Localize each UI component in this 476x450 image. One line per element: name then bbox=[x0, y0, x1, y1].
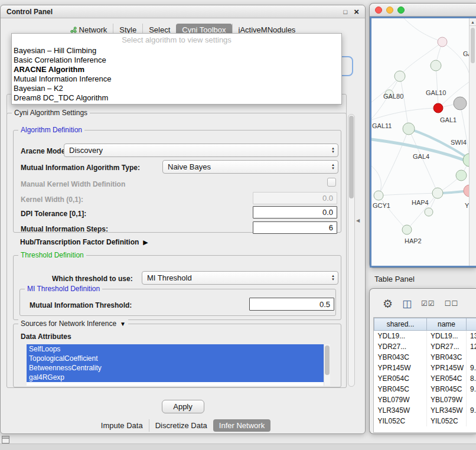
algorithm-option-bayesian-hill-climbing[interactable]: Bayesian – Hill Climbing bbox=[12, 46, 341, 56]
network-scrollbar[interactable]: ▲ bbox=[469, 18, 476, 266]
network-edge[interactable] bbox=[436, 66, 438, 108]
combo-arrow-down-icon: ▼ bbox=[331, 150, 335, 154]
network-edge[interactable] bbox=[460, 103, 470, 160]
attribute-item-selfloops[interactable]: SelfLoops bbox=[27, 344, 330, 354]
algorithm-option-bayesian-k2[interactable]: Bayesian – K2 bbox=[12, 84, 341, 93]
network-node[interactable] bbox=[425, 208, 433, 216]
table-row[interactable]: YDL19...YDL19...13 bbox=[374, 331, 476, 341]
bottom-tab-discretize-data[interactable]: Discretize Data bbox=[149, 419, 213, 432]
table-cell bbox=[467, 394, 476, 405]
network-node[interactable] bbox=[432, 188, 443, 198]
triangle-right-icon: ▶ bbox=[143, 239, 148, 246]
scrollbar-thumb[interactable] bbox=[325, 345, 330, 375]
network-node[interactable] bbox=[456, 170, 467, 181]
aracne-mode-combo[interactable]: Discovery ▲▼ bbox=[64, 144, 338, 157]
table-cell: YDL19... bbox=[427, 331, 467, 341]
table-cell: YDL19... bbox=[374, 331, 427, 341]
network-edge[interactable] bbox=[404, 18, 442, 42]
attribute-item-topologicalcoefficient[interactable]: TopologicalCoefficient bbox=[27, 354, 330, 363]
apply-button[interactable]: Apply bbox=[162, 400, 204, 413]
table-panel-titlebar[interactable]: Table Panel bbox=[369, 271, 476, 286]
mi-steps-input[interactable] bbox=[253, 221, 337, 234]
select-all-icon[interactable]: ☑☑ bbox=[421, 299, 435, 308]
table-row[interactable]: YBR043CYBR043C bbox=[374, 352, 476, 363]
attributes-scrollbar[interactable] bbox=[324, 344, 330, 386]
table-cell: YIL052C bbox=[427, 416, 467, 426]
network-node[interactable] bbox=[403, 123, 415, 135]
table-row[interactable]: YIL052CYIL052C bbox=[374, 416, 476, 426]
network-edge[interactable] bbox=[400, 76, 409, 129]
attribute-item-gal4rgexp[interactable]: gal4RGexp bbox=[27, 373, 330, 382]
hub-section-toggle[interactable]: Hub/Transcription Factor Definition ▶ bbox=[20, 238, 148, 246]
table-cell: YDR27... bbox=[374, 341, 427, 352]
mi-threshold-input[interactable] bbox=[249, 298, 334, 311]
column-header-name[interactable]: name bbox=[427, 318, 467, 331]
table-row[interactable]: YDR27...YDR27...12 bbox=[374, 341, 476, 352]
network-node[interactable] bbox=[454, 97, 467, 110]
kernel-width-input[interactable] bbox=[253, 192, 337, 204]
minimize-traffic-light-icon[interactable] bbox=[386, 6, 393, 14]
network-node[interactable] bbox=[395, 71, 405, 81]
close-traffic-light-icon[interactable] bbox=[375, 6, 382, 14]
table-cell: YIL052C bbox=[374, 416, 427, 426]
attribute-item-betweennesscentrality[interactable]: BetweennessCentrality bbox=[27, 363, 330, 373]
column-header-shared[interactable]: shared... bbox=[374, 318, 427, 331]
network-node[interactable] bbox=[438, 37, 447, 47]
network-node-label: GAL4 bbox=[413, 153, 429, 160]
cyni-settings-title: Cyni Algorithm Settings bbox=[12, 109, 90, 117]
which-threshold-value: MI Threshold bbox=[147, 273, 192, 282]
hub-section-label: Hub/Transcription Factor Definition bbox=[20, 238, 139, 246]
deselect-all-icon[interactable]: ☐☐ bbox=[445, 299, 459, 308]
network-edge[interactable] bbox=[442, 42, 469, 73]
table-row[interactable]: YER054CYER054C8. bbox=[374, 373, 476, 384]
scrollbar-thumb[interactable] bbox=[471, 28, 475, 63]
collapse-left-icon[interactable]: ◀ bbox=[356, 218, 360, 223]
settings-scrollbar[interactable] bbox=[348, 114, 355, 387]
close-window-icon[interactable]: × bbox=[354, 8, 359, 15]
network-edge[interactable] bbox=[379, 129, 409, 195]
table-cell: YDR27... bbox=[427, 341, 467, 352]
table-cell: YLR345W bbox=[427, 405, 467, 416]
network-view-window: GAL80GAL10GAL11GAL1SWI4GAL4GCY1HAP4HAP2G… bbox=[369, 3, 476, 268]
float-window-icon[interactable]: □ bbox=[344, 8, 348, 15]
bottom-tab-infer-network[interactable]: Infer Network bbox=[213, 419, 270, 432]
network-edge[interactable] bbox=[379, 193, 438, 195]
network-node[interactable] bbox=[402, 225, 412, 234]
which-threshold-combo[interactable]: MI Threshold ▲▼ bbox=[142, 271, 338, 285]
sources-group-title[interactable]: Sources for Network Inference ▼ bbox=[18, 319, 128, 328]
scroll-up-icon[interactable]: ▲ bbox=[470, 18, 476, 26]
network-canvas-svg: GAL80GAL10GAL11GAL1SWI4GAL4GCY1HAP4HAP2G… bbox=[371, 18, 470, 267]
network-canvas[interactable]: GAL80GAL10GAL11GAL1SWI4GAL4GCY1HAP4HAP2G… bbox=[370, 17, 476, 268]
restore-panel-icon[interactable] bbox=[2, 436, 9, 444]
network-edge[interactable] bbox=[371, 108, 438, 120]
columns-icon[interactable]: ◫ bbox=[402, 298, 412, 310]
algorithm-option-dream8-dc-tdc-algorithm[interactable]: Dream8 DC_TDC Algorithm bbox=[12, 93, 341, 103]
network-edge[interactable] bbox=[379, 195, 407, 230]
bottom-tab-impute-data[interactable]: Impute Data bbox=[95, 419, 149, 432]
node-table: shared...name YDL19...YDL19...13YDR27...… bbox=[373, 317, 476, 433]
cyni-algorithm-settings-group: Cyni Algorithm Settings Algorithm Defini… bbox=[6, 113, 347, 388]
network-node[interactable] bbox=[374, 191, 383, 200]
table-row[interactable]: YBL079WYBL079W bbox=[374, 394, 476, 405]
dpi-tolerance-input[interactable] bbox=[253, 206, 337, 219]
network-node[interactable] bbox=[431, 60, 441, 71]
control-panel-titlebar[interactable]: Control Panel □ × bbox=[1, 5, 365, 18]
manual-kernel-checkbox[interactable] bbox=[327, 178, 336, 187]
algorithm-option-basic-correlation-inference[interactable]: Basic Correlation Inference bbox=[12, 56, 341, 65]
gear-icon[interactable]: ⚙ bbox=[383, 297, 393, 311]
algorithm-option-mutual-information-inference[interactable]: Mutual Information Inference bbox=[12, 74, 341, 84]
network-window-titlebar[interactable] bbox=[370, 4, 476, 17]
table-cell: YBL079W bbox=[374, 394, 427, 405]
sources-title-label: Sources for Network Inference bbox=[21, 319, 116, 328]
table-cell: YLR345W bbox=[374, 405, 427, 416]
table-row[interactable]: YBR045CYBR045C9. bbox=[374, 384, 476, 394]
mi-type-combo[interactable]: Naive Bayes ▲▼ bbox=[162, 160, 338, 174]
table-row[interactable]: YLR345WYLR345W9. bbox=[374, 405, 476, 416]
algorithm-option-aracne-algorithm[interactable]: ARACNE Algorithm bbox=[12, 65, 341, 74]
zoom-traffic-light-icon[interactable] bbox=[397, 6, 405, 14]
scrollbar-thumb[interactable] bbox=[349, 116, 354, 198]
table-cell: 13 bbox=[467, 331, 476, 341]
table-row[interactable]: YPR145WYPR145W9. bbox=[374, 363, 476, 373]
column-header-extra[interactable] bbox=[467, 318, 476, 331]
network-node[interactable] bbox=[433, 103, 443, 113]
